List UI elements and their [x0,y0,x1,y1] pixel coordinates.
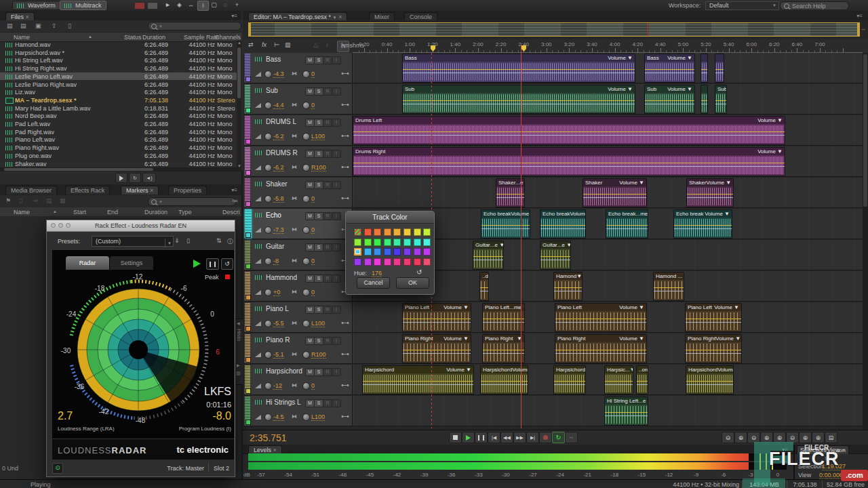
presets-select[interactable]: (Custom) ▼ [92,236,174,247]
navigator-zoom-icon[interactable]: ↔ [861,26,866,32]
audio-clip[interactable]: SubVolume ▼ [402,85,635,114]
file-row[interactable]: Pad Right.wav6:26.48944100 HzMono [0,128,237,136]
track-lane-drums-r[interactable]: Drums RightVolume ▼ [353,146,863,177]
volume-value[interactable]: -7.3 [273,226,284,234]
volume-knob[interactable] [264,164,272,171]
markers-column-type[interactable]: Type [178,209,192,216]
track-lane-drums-l[interactable]: Drums LeftVolume ▼ [353,115,863,146]
track-lane-piano-r[interactable]: Piano RightVolume ▼Piano Right▼Piano Rig… [353,333,863,364]
track-lane-harpsichord[interactable]: HarpsichordVolume ▼HarpsichordVolume ▼Ha… [353,365,863,395]
color-swatch[interactable] [414,258,421,266]
stop-button[interactable] [449,432,462,443]
pan-value[interactable]: 0 [311,70,315,78]
track-solo-button[interactable]: S [314,56,323,64]
color-swatch[interactable] [354,258,361,266]
track-arm-record-button[interactable]: R [323,274,332,283]
audio-clip[interactable]: HarpsichordVolume ▼ [686,365,734,394]
pan-knob[interactable] [302,70,310,78]
audio-clip[interactable]: Hamond ...▼ [653,272,684,301]
audio-clip[interactable]: Guitar...e ▼ [473,241,504,270]
zoom-button-2[interactable]: ⊖ [747,432,760,443]
skip-selection-button[interactable]: ↦ [565,432,578,443]
clip-volume-dropdown[interactable]: Volume ▼ [608,54,633,62]
audio-clip[interactable]: Echo breakVolume ▼ [481,209,530,239]
keyframes-icon[interactable] [341,414,349,419]
file-row[interactable]: Liz.wav6:26.48944100 HzMono [0,88,237,96]
color-swatch[interactable] [393,239,401,246]
clip-volume-dropdown[interactable]: Volume ▼ [757,117,783,124]
merge-markers-icon[interactable]: ⇥ [33,197,38,204]
column-header-duration[interactable]: Duration [142,34,165,41]
track-name[interactable]: DRUMS L [266,118,304,125]
clip-volume-dropdown[interactable]: ...e ▼ [515,179,524,186]
pause-button[interactable] [475,432,488,443]
collapse-left-icon[interactable]: ◀ [237,321,240,325]
zoom-button-8[interactable]: ⊟ [825,432,837,443]
clip-volume-dropdown[interactable]: ▼ [630,366,633,373]
audio-clip[interactable]: BassVolume ▼ [402,54,635,83]
cancel-button[interactable]: Cancel [357,277,390,289]
tracks-vscrollbar[interactable] [863,53,868,430]
column-header-name[interactable]: Name [14,34,30,41]
track-mute-button[interactable]: M [305,181,315,189]
panel-menu-icon[interactable]: ▾≡ [231,13,237,19]
track-solo-button[interactable]: S [314,274,323,283]
track-solo-button[interactable]: S [314,399,323,407]
audio-clip[interactable]: Hamond▼ [553,272,583,301]
track-mute-button[interactable]: M [305,274,315,283]
pan-value[interactable]: 0 [311,102,315,109]
color-swatch[interactable] [374,239,381,246]
color-swatch[interactable] [374,228,381,236]
markers-column-duration[interactable]: Duration [144,209,167,216]
track-mute-button[interactable]: M [305,119,315,127]
file-row[interactable]: Lezlie Piano Left.wav6:26.48944100 HzMon… [0,73,237,81]
collapse-right-icon[interactable]: ▶ [237,363,240,367]
preview-play-button[interactable] [115,173,127,183]
markers-search-input[interactable]: ▼ [148,197,236,206]
volume-value[interactable]: +0 [273,289,280,296]
file-row[interactable]: Shaker.wav6:26.48944100 HzMono [0,160,237,168]
hue-value[interactable]: 176 [372,270,382,277]
volume-knob[interactable] [264,258,272,265]
pan-value[interactable]: 0 [311,382,315,390]
panel-menu-icon[interactable]: ▾≡ [231,187,237,193]
audio-clip[interactable]: ..ord [636,365,648,394]
go-end-button[interactable]: ▶| [526,432,539,443]
delete-marker-icon[interactable]: ▯ [19,197,22,204]
color-swatch[interactable] [384,228,391,236]
markers-column-start[interactable]: Start [73,209,86,216]
track-monitor-input-button[interactable]: I [332,274,341,283]
volume-knob[interactable] [264,226,272,234]
color-swatch[interactable] [403,248,411,256]
effect-power-toggle[interactable]: ⊙ [52,463,63,474]
track-mute-button[interactable]: M [305,87,315,96]
audio-clip[interactable]: Piano RightVolume ▼ [555,334,647,363]
track-name[interactable]: Bass [266,56,304,63]
ibeam-tool[interactable]: I [197,1,209,11]
insert-marker-icon[interactable]: ▤ [46,197,52,204]
pan-knob[interactable] [302,413,310,421]
track-name[interactable]: Sub [266,87,304,94]
skip-selection-icon[interactable]: △ [313,41,318,48]
time-selection-tool[interactable]: ↔ [186,1,196,9]
file-row[interactable]: Plug one.wav6:26.48944100 HzMono [0,152,237,160]
track-arm-record-button[interactable]: R [323,119,332,127]
color-swatch[interactable] [374,258,381,266]
clip-volume-dropdown[interactable]: ...e ▼ [490,241,503,249]
track-mute-button[interactable]: M [305,368,315,376]
track-solo-button[interactable]: S [314,181,323,189]
markers-column-name[interactable]: Name [14,209,30,216]
color-swatch[interactable] [384,258,391,266]
radar-play-icon[interactable] [193,260,201,268]
color-swatch[interactable] [423,258,431,266]
color-swatch[interactable] [364,258,372,266]
clip-volume-dropdown[interactable]: Volume ▼ [608,85,633,93]
file-row[interactable]: Hi String Right.wav6:26.48944100 HzMono [0,64,237,73]
keyframes-icon[interactable] [341,102,349,107]
tab-effects-rack[interactable]: Effects Rack [65,186,110,195]
track-arm-record-button[interactable]: R [323,87,332,96]
track-arm-record-button[interactable]: R [323,399,332,407]
export-marker-icon[interactable]: ▦ [60,197,66,204]
playhead-line[interactable] [521,45,521,428]
markers-column-end[interactable]: End [107,209,118,216]
